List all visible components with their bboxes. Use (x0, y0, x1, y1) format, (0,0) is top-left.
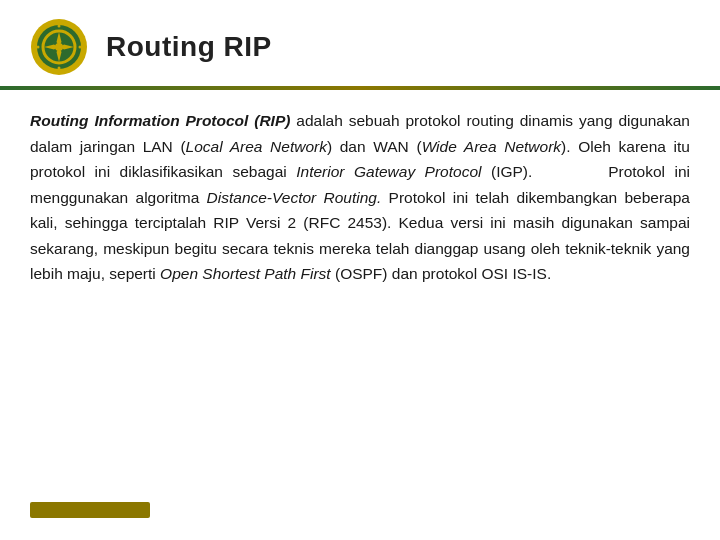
svg-point-9 (58, 67, 61, 70)
footer-bar (30, 502, 150, 518)
svg-point-11 (79, 46, 82, 49)
slide: Routing RIP Routing Information Protocol… (0, 0, 720, 540)
rip-term: Routing Information Protocol (30, 112, 248, 129)
svg-point-8 (58, 25, 61, 28)
svg-point-10 (37, 46, 40, 49)
header-divider (0, 86, 720, 90)
main-content: Routing Information Protocol (RIP) adala… (0, 108, 720, 307)
header: Routing RIP (0, 0, 720, 86)
logo-icon (30, 18, 88, 76)
page-title: Routing RIP (106, 31, 272, 63)
content-paragraph: Routing Information Protocol (RIP) adala… (30, 108, 690, 287)
svg-point-7 (55, 43, 63, 51)
